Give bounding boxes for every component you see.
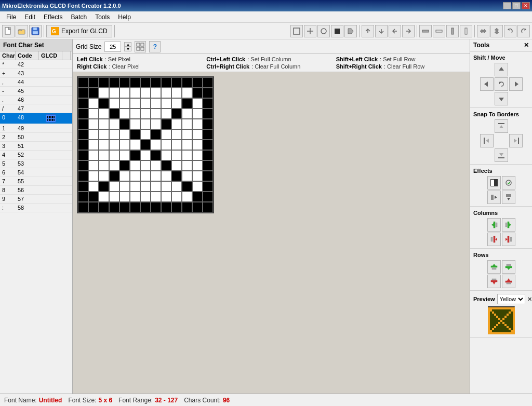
pixel-cell[interactable]: [99, 119, 109, 129]
pixel-cell[interactable]: [182, 77, 192, 88]
pixel-cell[interactable]: [119, 88, 130, 98]
pixel-cell[interactable]: [109, 150, 119, 160]
pixel-cell[interactable]: [203, 171, 213, 181]
pixel-cell[interactable]: [203, 160, 213, 171]
menu-effects[interactable]: Effects: [39, 12, 66, 22]
pixel-cell[interactable]: [99, 171, 109, 181]
char-row[interactable]: 149: [0, 124, 72, 133]
tool-btn-15[interactable]: [490, 25, 503, 37]
tool-btn-10[interactable]: [419, 25, 432, 37]
add-col-left-button[interactable]: [487, 218, 501, 232]
flip-h-button[interactable]: [487, 191, 501, 204]
pixel-cell[interactable]: [119, 171, 130, 181]
pixel-cell[interactable]: [192, 98, 203, 109]
pixel-cell[interactable]: [99, 109, 109, 119]
preview-close-button[interactable]: ✕: [527, 296, 532, 303]
pixel-cell[interactable]: [99, 98, 109, 109]
shift-up-button[interactable]: [495, 63, 508, 76]
pixel-cell[interactable]: [88, 160, 99, 171]
del-row-top-button[interactable]: [487, 275, 501, 288]
pixel-cell[interactable]: [192, 119, 203, 129]
pixel-cell[interactable]: [161, 192, 171, 202]
pixel-cell[interactable]: [78, 109, 88, 119]
pixel-cell[interactable]: [99, 129, 109, 140]
pixel-cell[interactable]: [78, 192, 88, 202]
pixel-cell[interactable]: [99, 160, 109, 171]
grid-size-spinner[interactable]: ▲ ▼: [124, 42, 131, 51]
pixel-cell[interactable]: [182, 88, 192, 98]
pixel-cell[interactable]: [99, 192, 109, 202]
pixel-cell[interactable]: [119, 77, 130, 88]
del-col-left-button[interactable]: [487, 233, 501, 246]
pixel-cell[interactable]: [182, 171, 192, 181]
effect-2-button[interactable]: [502, 176, 515, 190]
pixel-cell[interactable]: [88, 150, 99, 160]
spin-up[interactable]: ▲: [124, 42, 131, 47]
snap-top-button[interactable]: [495, 119, 508, 133]
pixel-cell[interactable]: [151, 119, 161, 129]
pixel-cell[interactable]: [151, 192, 161, 202]
del-row-bottom-button[interactable]: [502, 275, 515, 288]
pixel-cell[interactable]: [161, 109, 171, 119]
pixel-cell[interactable]: [203, 98, 213, 109]
pixel-cell[interactable]: [203, 150, 213, 160]
rotate-button[interactable]: [495, 77, 508, 91]
pixel-cell[interactable]: [182, 98, 192, 109]
pixel-cell[interactable]: [161, 77, 171, 88]
pixel-cell[interactable]: [171, 202, 182, 212]
pixel-cell[interactable]: [140, 140, 151, 150]
export-button[interactable]: G Export for GLCD: [46, 25, 112, 37]
pixel-cell[interactable]: [161, 88, 171, 98]
undo-button[interactable]: [504, 25, 516, 37]
pixel-cell[interactable]: [161, 129, 171, 140]
pixel-cell[interactable]: [192, 109, 203, 119]
char-row[interactable]: 957: [0, 195, 72, 204]
pixel-cell[interactable]: [109, 77, 119, 88]
minimize-button[interactable]: _: [503, 2, 511, 9]
add-col-right-button[interactable]: [502, 218, 515, 232]
redo-button[interactable]: [517, 25, 530, 37]
char-row[interactable]: ,44: [0, 78, 72, 87]
tools-close-button[interactable]: ✕: [524, 42, 529, 49]
tool-btn-12[interactable]: [446, 25, 459, 37]
menu-batch[interactable]: Batch: [67, 12, 91, 22]
pixel-cell[interactable]: [171, 150, 182, 160]
pixel-cell[interactable]: [140, 150, 151, 160]
pixel-cell[interactable]: [88, 140, 99, 150]
pixel-cell[interactable]: [130, 88, 140, 98]
menu-edit[interactable]: Edit: [20, 12, 39, 22]
pixel-cell[interactable]: [192, 88, 203, 98]
pixel-cell[interactable]: [78, 98, 88, 109]
pixel-cell[interactable]: [151, 160, 161, 171]
preview-color-select[interactable]: Yellow Green Blue White: [497, 294, 525, 304]
pixel-cell[interactable]: [171, 181, 182, 192]
pixel-cell[interactable]: [161, 202, 171, 212]
pixel-cell[interactable]: [182, 129, 192, 140]
pixel-cell[interactable]: [130, 171, 140, 181]
pixel-cell[interactable]: [161, 150, 171, 160]
tool-btn-2[interactable]: [304, 25, 316, 37]
char-row[interactable]: *42: [0, 60, 72, 69]
char-row[interactable]: 250: [0, 133, 72, 142]
char-row[interactable]: 755: [0, 177, 72, 186]
pixel-cell[interactable]: [151, 109, 161, 119]
pixel-cell[interactable]: [182, 160, 192, 171]
pixel-cell[interactable]: [203, 88, 213, 98]
pixel-cell[interactable]: [161, 119, 171, 129]
pixel-cell[interactable]: [140, 181, 151, 192]
char-row[interactable]: /47: [0, 104, 72, 113]
pixel-cell[interactable]: [88, 98, 99, 109]
tool-btn-11[interactable]: [433, 25, 445, 37]
close-button[interactable]: ✕: [522, 2, 530, 9]
pixel-cell[interactable]: [171, 88, 182, 98]
pixel-cell[interactable]: [78, 77, 88, 88]
pixel-cell[interactable]: [119, 109, 130, 119]
pixel-cell[interactable]: [151, 77, 161, 88]
maximize-button[interactable]: □: [512, 2, 521, 9]
shift-left-button[interactable]: [480, 77, 494, 91]
pixel-cell[interactable]: [140, 119, 151, 129]
pixel-cell[interactable]: [171, 171, 182, 181]
pixel-cell[interactable]: [99, 202, 109, 212]
del-col-right-button[interactable]: [502, 233, 515, 246]
pixel-cell[interactable]: [140, 171, 151, 181]
